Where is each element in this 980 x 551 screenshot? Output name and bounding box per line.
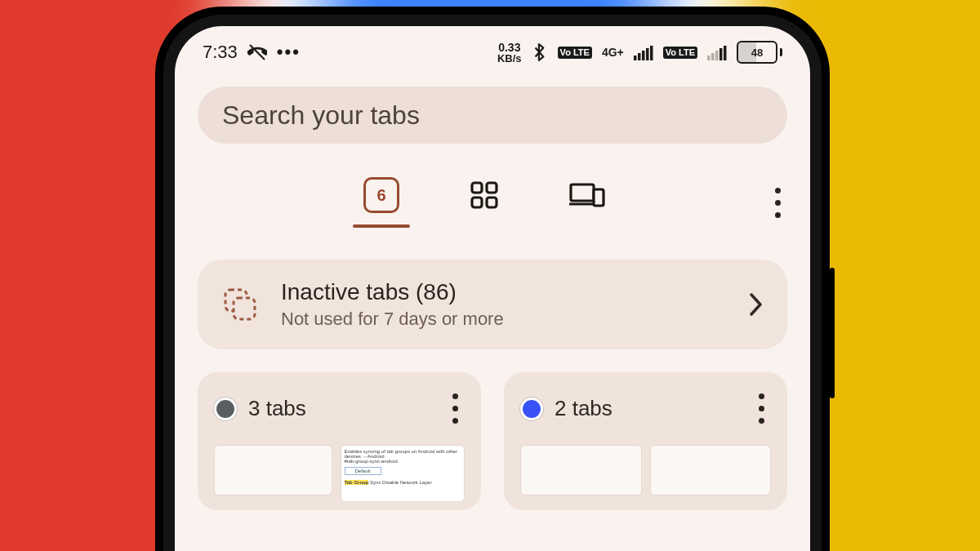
open-tab-count: 6 [363, 177, 399, 213]
svg-rect-6 [707, 56, 710, 60]
overflow-menu-button[interactable] [775, 181, 781, 224]
volte-badge-2: Vo LTE [663, 47, 697, 59]
signal-bars-icon-2 [707, 44, 727, 60]
network-speed: 0.33 KB/s [497, 42, 522, 64]
inactive-tabs-subtitle: Not used for 7 days or more [281, 309, 727, 330]
tab-group-card[interactable]: 3 tabs Enables syncing of tab groups on … [198, 372, 481, 510]
tab-thumbnail[interactable] [214, 445, 332, 495]
power-button [830, 268, 835, 398]
more-notifications-icon: ••• [277, 42, 301, 63]
svg-rect-15 [571, 184, 594, 201]
inactive-tabs-title: Inactive tabs (86) [281, 279, 727, 305]
svg-rect-3 [642, 51, 645, 60]
svg-rect-4 [646, 48, 649, 60]
svg-rect-9 [719, 48, 723, 60]
search-placeholder: Search your tabs [222, 100, 420, 131]
tab-groups-icon[interactable] [456, 180, 513, 224]
group-menu-button[interactable] [452, 387, 458, 430]
svg-rect-7 [711, 53, 715, 60]
chevron-right-icon [748, 292, 764, 317]
group-color-dot [214, 398, 237, 420]
svg-rect-17 [594, 189, 604, 206]
bluetooth-icon [532, 42, 548, 62]
group-menu-button[interactable] [759, 387, 764, 430]
volte-badge-1: Vo LTE [558, 47, 592, 59]
tab-thumbnail[interactable] [650, 445, 772, 495]
tab-devices-icon[interactable] [559, 181, 616, 224]
svg-rect-12 [487, 183, 497, 193]
network-type: 4G+ [602, 46, 624, 59]
status-time: 7:33 [203, 42, 238, 63]
status-bar: 7:33 ••• 0.33 KB/s Vo LTE 4G+ [175, 26, 810, 78]
svg-rect-19 [234, 298, 255, 319]
phone-frame: 7:33 ••• 0.33 KB/s Vo LTE 4G+ [155, 7, 830, 551]
svg-rect-11 [472, 183, 482, 193]
tab-switcher-bar: 6 [198, 173, 787, 232]
inactive-tabs-card[interactable]: Inactive tabs (86) Not used for 7 days o… [198, 260, 787, 349]
group-label: 2 tabs [555, 396, 747, 421]
svg-rect-10 [724, 46, 727, 60]
svg-rect-8 [715, 51, 719, 60]
tab-open-tabs[interactable]: 6 [353, 177, 410, 228]
group-label: 3 tabs [248, 396, 441, 421]
svg-rect-13 [472, 198, 482, 207]
signal-bars-icon-1 [634, 44, 653, 60]
tab-thumbnail[interactable] [520, 445, 642, 495]
svg-rect-2 [638, 53, 641, 60]
group-color-dot [520, 398, 543, 420]
tab-thumbnail[interactable]: Enables syncing of tab groups on Android… [341, 445, 466, 502]
search-tabs-input[interactable]: Search your tabs [198, 87, 787, 144]
inactive-tabs-icon [220, 285, 260, 324]
svg-rect-5 [650, 46, 653, 60]
svg-rect-1 [634, 56, 637, 60]
missed-call-icon [247, 42, 267, 62]
battery-indicator: 48 [737, 41, 782, 64]
svg-rect-14 [487, 198, 497, 207]
tab-group-card[interactable]: 2 tabs [504, 372, 787, 510]
screen: 7:33 ••• 0.33 KB/s Vo LTE 4G+ [175, 26, 810, 551]
